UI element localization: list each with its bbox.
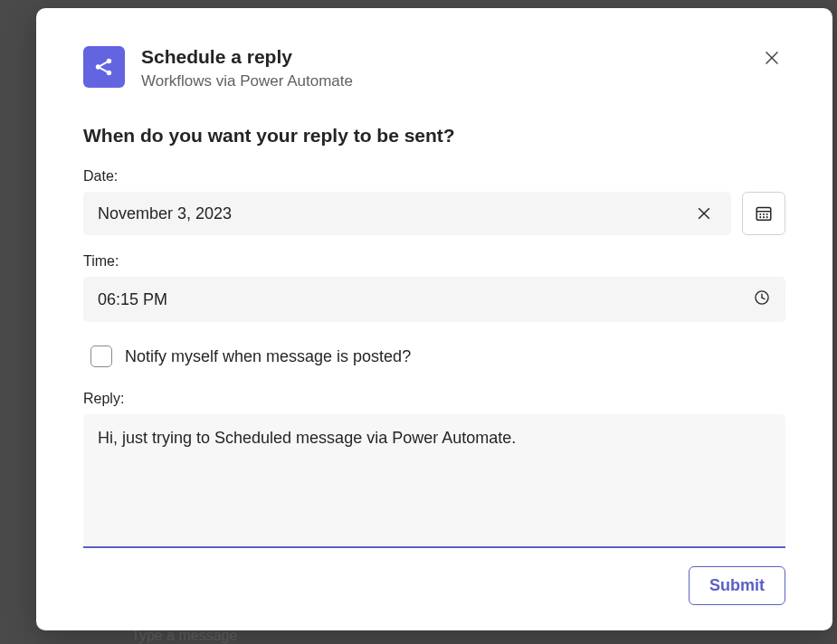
section-heading: When do you want your reply to be sent? [83, 125, 785, 147]
dialog-subtitle: Workflows via Power Automate [141, 71, 353, 92]
title-block: Schedule a reply Workflows via Power Aut… [141, 44, 353, 92]
dialog-header: Schedule a reply Workflows via Power Aut… [83, 44, 785, 92]
notify-checkbox[interactable] [90, 346, 112, 367]
svg-point-16 [766, 216, 768, 218]
date-input[interactable]: November 3, 2023 [83, 192, 731, 235]
svg-point-13 [766, 213, 768, 215]
date-value: November 3, 2023 [98, 204, 232, 223]
dialog-title: Schedule a reply [141, 44, 353, 69]
svg-point-12 [763, 213, 765, 215]
clear-icon [695, 204, 713, 223]
notify-label[interactable]: Notify myself when message is posted? [125, 347, 411, 366]
calendar-icon [754, 204, 774, 223]
clear-date-button[interactable] [691, 201, 717, 226]
time-label: Time: [83, 253, 785, 270]
svg-line-3 [100, 62, 108, 66]
svg-point-11 [759, 213, 761, 215]
header-left: Schedule a reply Workflows via Power Aut… [83, 44, 353, 92]
svg-point-14 [759, 216, 761, 218]
svg-line-4 [100, 68, 108, 71]
svg-point-15 [763, 216, 765, 218]
close-button[interactable] [758, 44, 785, 71]
dialog-footer: Submit [83, 566, 785, 605]
time-value: 06:15 PM [98, 290, 167, 309]
submit-button[interactable]: Submit [689, 566, 785, 605]
time-input[interactable]: 06:15 PM [83, 277, 785, 322]
clock-icon-wrapper [753, 289, 771, 311]
reply-textarea[interactable] [83, 414, 785, 548]
clock-icon [753, 289, 771, 307]
date-label: Date: [83, 168, 785, 185]
share-icon [92, 55, 116, 79]
notify-checkbox-row: Notify myself when message is posted? [83, 346, 785, 367]
app-icon-container [83, 46, 125, 88]
calendar-picker-button[interactable] [742, 192, 785, 235]
svg-line-19 [762, 298, 765, 299]
close-icon [762, 48, 782, 68]
schedule-reply-dialog: Schedule a reply Workflows via Power Aut… [36, 8, 832, 630]
reply-label: Reply: [83, 391, 785, 407]
date-row: November 3, 2023 [83, 192, 785, 235]
